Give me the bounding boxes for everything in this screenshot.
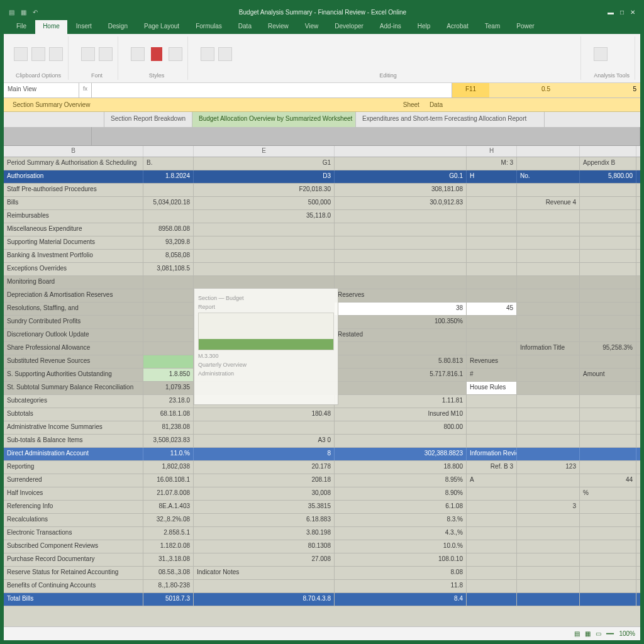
cell[interactable]	[335, 342, 467, 355]
cell[interactable]	[517, 435, 580, 447]
cell[interactable]	[335, 435, 467, 447]
cell[interactable]	[143, 276, 194, 289]
cell[interactable]: Revenues	[467, 355, 517, 368]
cell[interactable]: 30.0,912.83	[335, 197, 467, 209]
cell[interactable]	[194, 580, 335, 592]
cell[interactable]: Authorisation	[4, 170, 143, 183]
cell[interactable]	[467, 316, 517, 328]
cell[interactable]	[143, 303, 194, 315]
formula-aux-cell[interactable]: 5	[602, 83, 640, 97]
cell[interactable]	[143, 184, 194, 196]
view-normal-icon[interactable]: ▤	[574, 630, 580, 637]
cell[interactable]: 123	[517, 461, 580, 474]
cell[interactable]	[517, 487, 580, 500]
zoom-level[interactable]: 100%	[619, 630, 635, 637]
cell[interactable]: Discretionary Outlook Update	[4, 329, 143, 341]
qat-icon[interactable]: ▤	[9, 9, 14, 16]
cell[interactable]	[143, 289, 194, 302]
table-row[interactable]: Staff Pre-authorised ProceduresF20,018.3…	[4, 184, 640, 197]
cell[interactable]	[517, 593, 580, 606]
cell[interactable]	[467, 250, 517, 262]
cell[interactable]: 44	[580, 474, 636, 487]
cell[interactable]: Banking & Investment Portfolio	[4, 250, 143, 262]
cell[interactable]	[580, 355, 636, 368]
fx-icon[interactable]: fx	[79, 83, 92, 97]
cell[interactable]: 5.80.813	[335, 355, 467, 368]
cell[interactable]: Purchase Record Documentary	[4, 553, 143, 566]
cell[interactable]: House Rules	[467, 382, 517, 394]
cell[interactable]: No.	[517, 170, 580, 183]
cell[interactable]: 5.717.816.1	[335, 369, 467, 381]
flag-icon[interactable]	[151, 47, 162, 61]
cell[interactable]: Appendix B	[580, 157, 636, 170]
cell[interactable]: Reporting	[4, 461, 143, 474]
cell[interactable]: 1.8.850	[143, 369, 194, 381]
cell[interactable]: 1,802,038	[143, 461, 194, 474]
tab-view[interactable]: View	[297, 20, 326, 34]
cell[interactable]: Half Invoices	[4, 487, 143, 500]
sort-icon[interactable]	[201, 47, 214, 61]
table-row[interactable]: Reporting1,802,03820.17818.800Ref. B 312…	[4, 461, 640, 474]
col-header[interactable]: H	[467, 146, 517, 157]
cell[interactable]: S. Supporting Authorities Outstanding	[4, 369, 143, 381]
cell[interactable]: 45	[467, 303, 517, 315]
cell[interactable]: #	[467, 369, 517, 381]
cell[interactable]	[580, 580, 636, 592]
col-header[interactable]	[517, 146, 580, 157]
cell[interactable]: 8958.08.08	[143, 223, 194, 236]
cell[interactable]: Reimbursables	[4, 210, 143, 223]
cell[interactable]	[580, 263, 636, 275]
cell[interactable]: 1,079.35	[143, 382, 194, 394]
cell[interactable]	[335, 382, 467, 394]
table-row[interactable]: Recalculations32.,8.2%.086.18.8838.3.%	[4, 514, 640, 527]
cell[interactable]	[580, 276, 636, 289]
tab-design[interactable]: Design	[101, 20, 135, 34]
cut-icon[interactable]	[31, 47, 45, 61]
cell[interactable]	[467, 567, 517, 579]
formula-input[interactable]	[92, 83, 452, 97]
cell[interactable]	[467, 553, 517, 566]
cell[interactable]: Exceptions Overrides	[4, 263, 143, 275]
cell[interactable]	[143, 210, 194, 223]
cell[interactable]: 35.3815	[194, 501, 335, 513]
table-row[interactable]: Half Invoices21.07.8.00830,0088.90%%	[4, 487, 640, 501]
cell[interactable]	[580, 289, 636, 302]
data-label[interactable]: Data	[425, 101, 448, 108]
cell[interactable]: Insured M10	[335, 408, 467, 421]
cell[interactable]: Sundry Contributed Profits	[4, 316, 143, 328]
analyze-icon[interactable]	[594, 47, 608, 61]
cell[interactable]	[467, 540, 517, 553]
cell[interactable]: St. Subtotal Summary Balance Reconciliat…	[4, 382, 143, 394]
cell[interactable]	[580, 395, 636, 408]
cell[interactable]	[467, 289, 517, 302]
cell[interactable]	[517, 303, 580, 315]
worksheet-tab[interactable]: Section Report Breakdown	[104, 112, 192, 127]
cell[interactable]: Surrendered	[4, 474, 143, 487]
cell[interactable]	[517, 421, 580, 434]
cell[interactable]	[580, 567, 636, 579]
view-layout-icon[interactable]: ▦	[585, 630, 591, 637]
cell[interactable]: 800.00	[335, 421, 467, 434]
cell[interactable]	[580, 448, 636, 460]
cell[interactable]: Substituted Revenue Sources	[4, 355, 143, 368]
table-row[interactable]: Monitoring Board	[4, 276, 640, 289]
cell[interactable]: Revenue 4	[517, 197, 580, 209]
cell[interactable]: 93,209.8	[143, 236, 194, 249]
minimize-icon[interactable]: ▬	[608, 9, 614, 16]
cell[interactable]: Total Bills	[4, 593, 143, 606]
cell[interactable]: 3,508,023.83	[143, 435, 194, 447]
cell[interactable]: A	[467, 474, 517, 487]
cell[interactable]	[517, 210, 580, 223]
cell[interactable]: 4.3.,%	[335, 527, 467, 540]
cell[interactable]	[467, 408, 517, 421]
tab-page-layout[interactable]: Page Layout	[136, 20, 187, 34]
cell[interactable]	[517, 355, 580, 368]
cell[interactable]	[335, 210, 467, 223]
cell[interactable]	[335, 157, 467, 170]
filter-icon[interactable]	[218, 47, 232, 61]
style-icon[interactable]	[169, 47, 182, 61]
cell[interactable]	[517, 289, 580, 302]
cell[interactable]	[517, 408, 580, 421]
cell[interactable]	[580, 316, 636, 328]
cell[interactable]: 80.1308	[194, 540, 335, 553]
